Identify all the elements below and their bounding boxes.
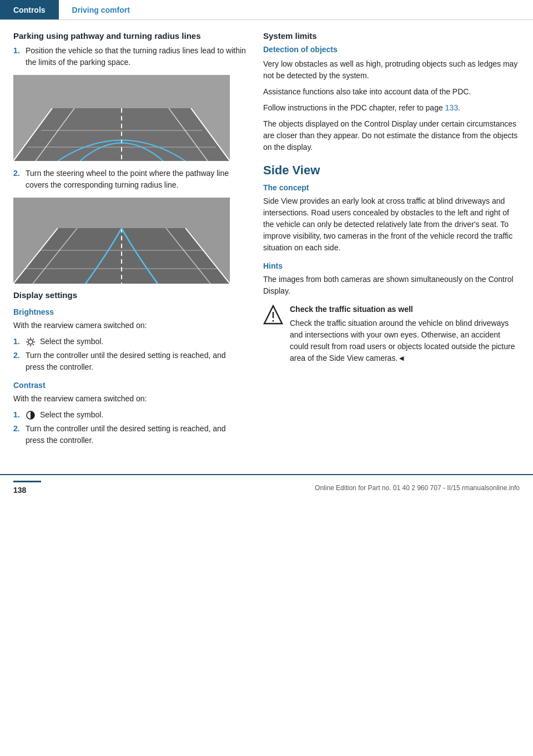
- brightness-intro: With the rearview camera switched on:: [13, 320, 247, 331]
- main-content: Parking using pathway and turning radius…: [0, 20, 533, 463]
- footer-page-number: 138: [13, 486, 26, 495]
- detection-p1: Very low obstacles as well as high, prot…: [263, 58, 520, 82]
- sun-icon: [26, 337, 36, 347]
- footer-info: Online Edition for Part no. 01 40 2 960 …: [315, 484, 520, 492]
- tab-driving-comfort-label: Driving comfort: [72, 6, 130, 14]
- step2-text: Turn the steering wheel to the point whe…: [26, 168, 247, 191]
- tab-driving-comfort[interactable]: Driving comfort: [59, 0, 143, 19]
- contrast-step2-text: Turn the controller until the desired se…: [26, 423, 247, 446]
- detection-p2: Assistance functions also take into acco…: [263, 86, 520, 98]
- svg-line-26: [27, 344, 28, 345]
- left-column: Parking using pathway and turning radius…: [13, 31, 247, 452]
- hints-text: The images from both cameras are shown s…: [263, 274, 520, 297]
- header: Controls Driving comfort: [0, 0, 533, 20]
- concept-title: The concept: [263, 183, 520, 192]
- right-column: System limits Detection of objects Very …: [263, 31, 520, 452]
- warning-text-container: Check the traffic situation as well Chec…: [290, 304, 520, 369]
- brightness-step1-text: Select the symbol.: [26, 336, 247, 347]
- contrast-title: Contrast: [13, 381, 247, 390]
- detection-p3: Follow instructions in the PDC chapter, …: [263, 102, 520, 114]
- brightness-step-1: 1. Select the symbol.: [13, 336, 247, 347]
- warning-box: Check the traffic situation as well Chec…: [263, 304, 520, 369]
- warning-main-text: Check the traffic situation around the v…: [290, 317, 520, 364]
- tab-controls-label: Controls: [13, 6, 46, 14]
- side-view-title: Side View: [263, 163, 520, 178]
- parking-steps-2: 2. Turn the steering wheel to the point …: [13, 168, 247, 191]
- footer-site: rmanualsonline.info: [462, 484, 520, 492]
- svg-line-25: [33, 339, 34, 340]
- concept-text: Side View provides an early look at cros…: [263, 195, 520, 254]
- brightness-steps: 1. Select the symbol.: [13, 336, 247, 373]
- contrast-step-1: 1. Select the symbol.: [13, 409, 247, 421]
- contrast-icon: [26, 410, 36, 420]
- parking-step-1: 1. Position the vehicle so that the turn…: [13, 45, 247, 68]
- step1-num: 1.: [13, 45, 26, 68]
- detection-p4: The objects displayed on the Control Dis…: [263, 118, 520, 153]
- svg-point-30: [273, 320, 274, 322]
- parking-section-title: Parking using pathway and turning radius…: [13, 31, 247, 41]
- system-limits-title: System limits: [263, 31, 520, 41]
- detection-of-objects-title: Detection of objects: [263, 45, 520, 54]
- contrast-step1-text: Select the symbol.: [26, 409, 247, 421]
- parking-step-2: 2. Turn the steering wheel to the point …: [13, 168, 247, 191]
- footer: 138 Online Edition for Part no. 01 40 2 …: [0, 474, 533, 500]
- contrast-step-2: 2. Turn the controller until the desired…: [13, 423, 247, 446]
- display-settings-title: Display settings: [13, 290, 247, 300]
- brightness-step1-num: 1.: [13, 336, 26, 347]
- footer-info-text: Online Edition for Part no. 01 40 2 960 …: [315, 484, 460, 492]
- brightness-step2-text: Turn the controller until the desired se…: [26, 350, 247, 373]
- detection-link[interactable]: 133: [445, 103, 458, 112]
- footer-blue-line: [13, 481, 41, 482]
- parking-steps: 1. Position the vehicle so that the turn…: [13, 45, 247, 68]
- brightness-step-2: 2. Turn the controller until the desired…: [13, 350, 247, 373]
- contrast-step1-num: 1.: [13, 409, 26, 421]
- contrast-step2-num: 2.: [13, 423, 26, 446]
- tab-controls[interactable]: Controls: [0, 0, 59, 19]
- detection-p3-pre: Follow instructions in the PDC chapter, …: [263, 103, 445, 112]
- warning-line1: Check the traffic situation as well: [290, 304, 520, 315]
- warning-triangle-icon: [263, 305, 283, 325]
- hints-title: Hints: [263, 261, 520, 270]
- svg-point-18: [28, 340, 33, 344]
- detection-p3-post: .: [458, 103, 460, 112]
- svg-line-23: [27, 339, 28, 340]
- contrast-intro: With the rearview camera switched on:: [13, 393, 247, 405]
- step2-num: 2.: [13, 168, 26, 191]
- road-image-2: [13, 198, 230, 284]
- road-image-1: [13, 75, 230, 161]
- brightness-step2-num: 2.: [13, 350, 26, 373]
- contrast-steps: 1. Select the symbol. 2. Turn the contro…: [13, 409, 247, 446]
- svg-line-24: [33, 344, 34, 345]
- brightness-title: Brightness: [13, 308, 247, 316]
- footer-left: 138: [13, 481, 41, 495]
- step1-text: Position the vehicle so that the turning…: [26, 45, 247, 68]
